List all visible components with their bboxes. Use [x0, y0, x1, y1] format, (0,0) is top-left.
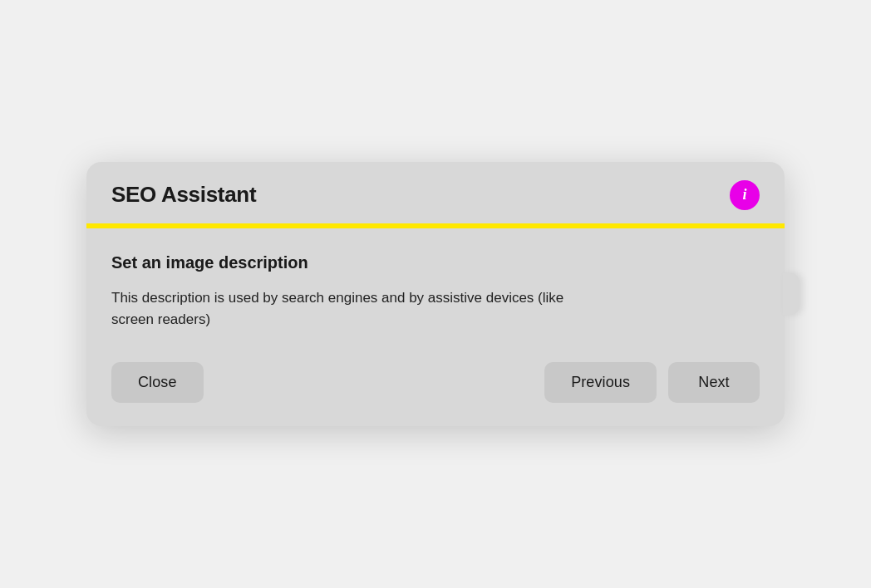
dialog-footer: Close Previous Next	[86, 354, 785, 426]
close-button[interactable]: Close	[111, 362, 204, 403]
next-button[interactable]: Next	[668, 362, 760, 403]
dialog-wrapper: SEO Assistant i Set an image description…	[86, 162, 785, 427]
dialog-body: Set an image description This descriptio…	[86, 228, 785, 355]
seo-assistant-dialog: SEO Assistant i Set an image description…	[86, 162, 785, 427]
info-icon[interactable]: i	[730, 180, 760, 210]
dialog-title: SEO Assistant	[111, 182, 256, 208]
footer-right-buttons: Previous Next	[544, 362, 760, 403]
dialog-header: SEO Assistant i	[86, 162, 785, 223]
previous-button[interactable]: Previous	[544, 362, 657, 403]
content-heading: Set an image description	[111, 253, 760, 272]
content-body-text: This description is used by search engin…	[111, 287, 593, 331]
